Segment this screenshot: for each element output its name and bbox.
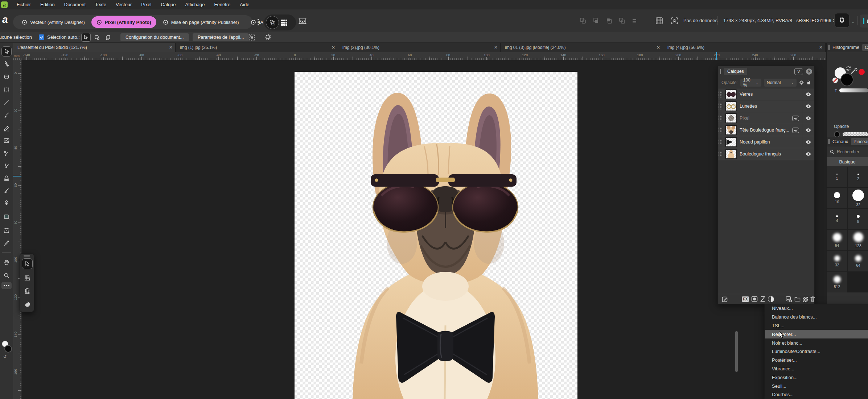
edit-layer-icon[interactable] bbox=[721, 296, 728, 303]
selection-brush-tool[interactable] bbox=[1, 72, 12, 82]
fx-icon[interactable]: FX bbox=[742, 296, 749, 302]
brush-preset[interactable]: 64 bbox=[848, 251, 868, 271]
app-settings-button[interactable]: Paramètres de l'appli... bbox=[193, 33, 249, 41]
flyout-move-tool[interactable] bbox=[22, 258, 33, 269]
tab-couleur[interactable]: Couleur bbox=[862, 44, 868, 51]
layer-row[interactable]: Lunettes bbox=[718, 100, 814, 112]
document-setup-button[interactable]: Configuration du document... bbox=[120, 33, 189, 41]
blend-mode-dropdown[interactable]: Normal ⌄ bbox=[764, 79, 797, 87]
document-page[interactable] bbox=[295, 72, 577, 399]
layer-thumbnail[interactable] bbox=[725, 113, 737, 123]
tab-histogramme[interactable]: Histogramme bbox=[832, 45, 859, 50]
menu-item[interactable]: Pixel bbox=[136, 0, 156, 9]
crop-hourglass-icon[interactable] bbox=[760, 296, 766, 302]
layer-visibility-toggle[interactable] bbox=[802, 112, 814, 124]
menu-item[interactable]: Fenêtre bbox=[210, 0, 235, 9]
adjustment-menu-item[interactable]: Noir et blanc... bbox=[765, 338, 868, 347]
layer-drag-handle[interactable] bbox=[718, 148, 723, 160]
layer-edit-badge[interactable] bbox=[792, 116, 799, 121]
select-mode-object-button[interactable] bbox=[92, 33, 102, 42]
horizontal-ruler[interactable]: mm -140-120-100-80-60-40-200204060801001… bbox=[13, 52, 826, 60]
layer-visibility-toggle[interactable] bbox=[802, 124, 814, 136]
move-backward-icon[interactable] bbox=[605, 17, 613, 25]
trash-icon[interactable] bbox=[810, 296, 815, 302]
export-button[interactable]: Exporter bbox=[860, 14, 868, 28]
adjustment-menu-item[interactable]: Balance des blancs... bbox=[765, 313, 868, 321]
panel-close-icon[interactable]: ✕ bbox=[806, 68, 812, 75]
canvas-area[interactable] bbox=[22, 60, 826, 399]
menu-item[interactable]: Document bbox=[59, 0, 90, 9]
document-tab[interactable]: img 01 (3).jpg [Modifié] (24.0%) ✕ bbox=[501, 43, 663, 52]
layer-visibility-toggle[interactable] bbox=[802, 100, 814, 112]
adjustment-menu-item[interactable]: Niveaux... bbox=[765, 304, 868, 313]
layer-row[interactable]: Bouledogue français bbox=[718, 148, 814, 160]
document-tab[interactable]: img (1).jpg (35.1%) ✕ bbox=[176, 43, 338, 52]
insert-mode-icon[interactable] bbox=[631, 17, 638, 25]
brush-preset[interactable]: 1 bbox=[827, 167, 847, 187]
document-tab[interactable]: img (2).jpg (30.1%) ✕ bbox=[338, 43, 501, 52]
brush-preset[interactable]: 2 bbox=[848, 167, 868, 187]
brush-preset[interactable]: 64 bbox=[827, 230, 847, 250]
apps-grid-icon[interactable] bbox=[281, 20, 287, 26]
layers-panel-title[interactable]: Calques bbox=[724, 68, 747, 75]
brush-preset[interactable]: 8 bbox=[848, 209, 868, 229]
swap-colors-icon[interactable]: ↺ bbox=[3, 354, 7, 359]
layer-thumbnail[interactable] bbox=[725, 137, 737, 147]
menu-item[interactable]: Vecteur bbox=[111, 0, 136, 9]
snapping-chevron-icon[interactable]: ⌄ bbox=[852, 20, 855, 24]
more-tools-button[interactable] bbox=[1, 282, 12, 289]
tab-close-icon[interactable]: ✕ bbox=[166, 45, 175, 50]
brush-preset[interactable]: 128 bbox=[848, 230, 868, 250]
opacity-slider[interactable] bbox=[843, 132, 868, 136]
layer-row[interactable]: Noeud papillon bbox=[718, 136, 814, 148]
flyout-liquify-tool[interactable] bbox=[22, 299, 33, 309]
flood-select-tool[interactable] bbox=[1, 59, 12, 69]
brush-category-header[interactable]: Basique bbox=[827, 157, 868, 167]
no-color-swatch[interactable] bbox=[832, 78, 838, 83]
move-to-back-icon[interactable] bbox=[618, 17, 626, 25]
flyout-drag-handle[interactable] bbox=[24, 255, 30, 257]
layer-name[interactable]: Verres bbox=[740, 92, 802, 97]
move-tool[interactable] bbox=[1, 46, 12, 57]
brush-preset[interactable]: 32 bbox=[827, 251, 847, 271]
opacity-swatch[interactable] bbox=[834, 131, 840, 137]
adjustment-icon[interactable] bbox=[768, 296, 774, 302]
eyedropper-icon[interactable] bbox=[850, 67, 859, 75]
auto-select-checkbox[interactable] bbox=[39, 34, 44, 40]
document-tab[interactable]: L'essentiel du Pixel Studio (121.7%) ✕ bbox=[13, 43, 176, 52]
preview-frame-icon[interactable] bbox=[298, 17, 307, 25]
brush-preset[interactable]: 16 bbox=[827, 188, 847, 208]
layer-visibility-toggle[interactable] bbox=[802, 136, 814, 148]
tab-close-icon[interactable]: ✕ bbox=[491, 45, 500, 50]
adjustment-menu-item[interactable]: Luminosité/Contraste... bbox=[765, 347, 868, 356]
tint-slider[interactable] bbox=[839, 88, 868, 92]
vertical-ruler[interactable]: 020406080100120140160 bbox=[13, 60, 22, 399]
new-image-layer-icon[interactable] bbox=[785, 296, 792, 303]
translate-mode-button[interactable]: A bbox=[266, 16, 279, 29]
layer-name[interactable]: Tête Bouledogue franç... bbox=[740, 128, 792, 133]
gear-icon[interactable] bbox=[264, 33, 272, 41]
layer-visibility-toggle[interactable] bbox=[802, 88, 814, 100]
layer-thumbnail[interactable] bbox=[725, 90, 737, 99]
tab-close-icon[interactable]: ✕ bbox=[329, 45, 338, 50]
menu-item[interactable]: Edition bbox=[36, 0, 59, 9]
new-pixel-layer-icon[interactable] bbox=[803, 297, 808, 302]
pixel-pencil-tool[interactable] bbox=[1, 123, 12, 133]
menu-item[interactable]: Affichage bbox=[181, 0, 210, 9]
tab-close-icon[interactable]: ✕ bbox=[654, 45, 663, 50]
hand-tool[interactable] bbox=[1, 257, 12, 267]
adjustment-menu-item[interactable]: TSL... bbox=[765, 321, 868, 330]
panel-drag-handle[interactable] bbox=[828, 45, 830, 50]
layer-edit-badge[interactable] bbox=[792, 128, 799, 133]
frame-node-tool[interactable] bbox=[1, 225, 12, 236]
snapping-button[interactable] bbox=[834, 13, 850, 28]
mask-icon[interactable] bbox=[751, 296, 758, 302]
current-color-swatch[interactable] bbox=[859, 69, 865, 75]
smudge-tool[interactable] bbox=[1, 186, 12, 196]
menu-item[interactable]: Texte bbox=[90, 0, 111, 9]
flyout-mesh-tool[interactable] bbox=[22, 273, 33, 283]
move-to-front-icon[interactable] bbox=[579, 17, 587, 25]
tab-close-icon[interactable]: ✕ bbox=[816, 45, 825, 50]
brush-preset[interactable]: 32 bbox=[848, 188, 868, 208]
assistant-grid-icon[interactable] bbox=[248, 34, 256, 41]
